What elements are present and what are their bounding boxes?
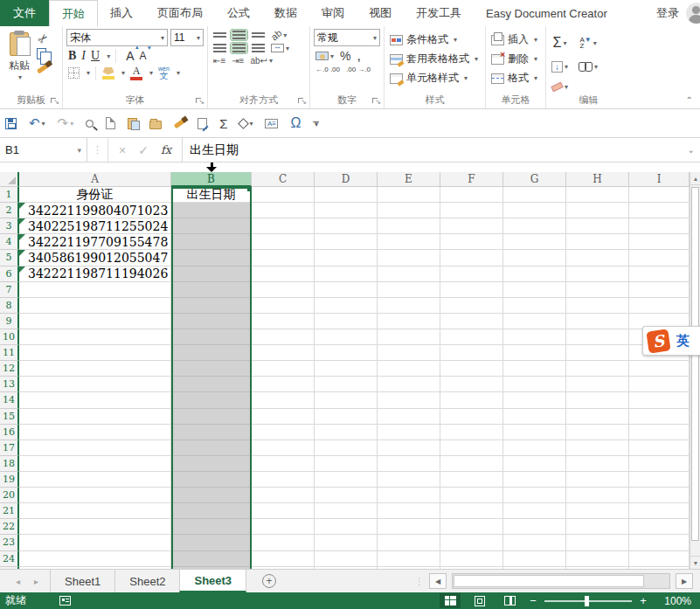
- phonetic-dropdown-arrow[interactable]: ▾: [177, 69, 180, 77]
- format-as-table-button[interactable]: 套用表格格式▾: [388, 51, 480, 67]
- cell-G7[interactable]: [503, 282, 566, 298]
- tab-ribbon-7[interactable]: 开发工具: [404, 0, 474, 26]
- cell-B20[interactable]: [171, 488, 252, 503]
- cell-A24[interactable]: [19, 551, 171, 567]
- cell-H1[interactable]: [566, 187, 629, 203]
- column-header-H[interactable]: H: [566, 172, 629, 187]
- customize-qat-button[interactable]: ▾: [313, 121, 319, 126]
- cell-H16[interactable]: [566, 425, 629, 440]
- new-sheet-button[interactable]: +: [246, 570, 292, 592]
- cell-A14[interactable]: [19, 392, 171, 408]
- cell-B10[interactable]: [171, 329, 252, 345]
- row-header-12[interactable]: 12: [0, 361, 19, 377]
- cell-H14[interactable]: [566, 392, 629, 408]
- cell-D12[interactable]: [315, 361, 378, 377]
- row-header-21[interactable]: 21: [0, 503, 19, 519]
- cell-G3[interactable]: [503, 218, 566, 234]
- cell-F22[interactable]: [440, 519, 503, 535]
- row-header-6[interactable]: 6: [0, 266, 19, 282]
- fill-color-dropdown-arrow[interactable]: ▾: [121, 69, 125, 77]
- tab-ribbon-1[interactable]: 插入: [98, 0, 145, 26]
- cell-I2[interactable]: [629, 203, 690, 218]
- merge-center-button[interactable]: ▾: [269, 43, 291, 53]
- cell-F6[interactable]: [440, 266, 503, 282]
- cell-D24[interactable]: [315, 551, 378, 567]
- cell-C24[interactable]: [252, 551, 315, 567]
- row-header-14[interactable]: 14: [0, 392, 19, 408]
- tab-ribbon-3[interactable]: 公式: [215, 0, 262, 26]
- scroll-down-button[interactable]: ▼: [690, 556, 700, 569]
- sort-filter-button[interactable]: A▼Z▾: [577, 36, 600, 50]
- cell-G6[interactable]: [503, 266, 566, 282]
- redo-button[interactable]: ↷▾: [58, 115, 74, 131]
- row-header-20[interactable]: 20: [0, 488, 19, 503]
- font-family-select[interactable]: 宋体▾: [66, 29, 168, 46]
- cell-G14[interactable]: [503, 392, 566, 408]
- cell-H22[interactable]: [566, 519, 629, 535]
- cell-D20[interactable]: [315, 488, 378, 503]
- align-bottom-button[interactable]: [250, 31, 267, 38]
- cell-A17[interactable]: [19, 440, 171, 456]
- cell-B1[interactable]: 出生日期: [171, 187, 252, 203]
- font-color-dropdown-arrow[interactable]: ▾: [149, 69, 153, 77]
- italic-button[interactable]: I: [81, 49, 86, 63]
- cell-G21[interactable]: [503, 503, 566, 519]
- sheet-tab-sheet3[interactable]: Sheet3: [179, 570, 246, 592]
- cell-C18[interactable]: [252, 456, 315, 472]
- cell-G12[interactable]: [503, 361, 566, 377]
- cell-H23[interactable]: [566, 535, 629, 550]
- sheet-tab-sheet1[interactable]: Sheet1: [50, 570, 115, 592]
- paste-dropdown-arrow[interactable]: ▾: [18, 73, 22, 81]
- cell-B11[interactable]: [171, 345, 252, 361]
- cell-C21[interactable]: [252, 503, 315, 519]
- cell-I3[interactable]: [629, 218, 690, 234]
- cell-D23[interactable]: [315, 535, 378, 550]
- cell-C13[interactable]: [252, 377, 315, 392]
- cell-F9[interactable]: [440, 314, 503, 329]
- cell-I7[interactable]: [629, 282, 690, 298]
- cell-A2[interactable]: 342221199804071023: [19, 203, 171, 218]
- cell-B15[interactable]: [171, 409, 252, 425]
- cell-A5[interactable]: 340586199012055047: [19, 250, 171, 266]
- cell-G24[interactable]: [503, 551, 566, 567]
- cell-F3[interactable]: [440, 218, 503, 234]
- cell-C20[interactable]: [252, 488, 315, 503]
- fill-button[interactable]: ↓▾: [550, 60, 570, 73]
- tab-ribbon-8[interactable]: Easy Document Creator: [474, 0, 620, 26]
- cell-I6[interactable]: [629, 266, 690, 282]
- cell-H19[interactable]: [566, 472, 629, 488]
- align-center-button[interactable]: [231, 43, 247, 53]
- cell-C4[interactable]: [252, 234, 315, 250]
- cell-H11[interactable]: [566, 345, 629, 361]
- column-header-F[interactable]: F: [440, 172, 503, 187]
- cell-G13[interactable]: [503, 377, 566, 392]
- decrease-indent-button[interactable]: ⇤≡: [211, 55, 227, 66]
- cell-H13[interactable]: [566, 377, 629, 392]
- scroll-right-button[interactable]: ▶: [676, 573, 693, 589]
- cell-C2[interactable]: [252, 203, 315, 218]
- cell-B22[interactable]: [171, 519, 252, 535]
- cell-B21[interactable]: [171, 503, 252, 519]
- cell-C3[interactable]: [252, 218, 315, 234]
- underline-dropdown-arrow[interactable]: ▾: [107, 52, 110, 60]
- cell-styles-button[interactable]: 单元格样式▾: [388, 70, 480, 87]
- cell-D7[interactable]: [315, 282, 378, 298]
- cell-I17[interactable]: [629, 440, 690, 456]
- align-middle-button[interactable]: [231, 30, 247, 40]
- cell-G23[interactable]: [503, 535, 566, 550]
- column-header-G[interactable]: G: [503, 172, 566, 187]
- cell-H5[interactable]: [566, 250, 629, 266]
- user-avatar-icon[interactable]: [686, 3, 700, 24]
- cell-G8[interactable]: [503, 298, 566, 314]
- cell-A8[interactable]: [19, 298, 171, 314]
- cell-G16[interactable]: [503, 425, 566, 440]
- cell-G15[interactable]: [503, 409, 566, 425]
- cell-D6[interactable]: [315, 266, 378, 282]
- cell-B12[interactable]: [171, 361, 252, 377]
- cell-H9[interactable]: [566, 314, 629, 329]
- cell-F12[interactable]: [440, 361, 503, 377]
- cell-C15[interactable]: [252, 409, 315, 425]
- undo-button[interactable]: ↶▾: [29, 115, 45, 131]
- cell-D5[interactable]: [315, 250, 378, 266]
- cell-A23[interactable]: [19, 535, 171, 550]
